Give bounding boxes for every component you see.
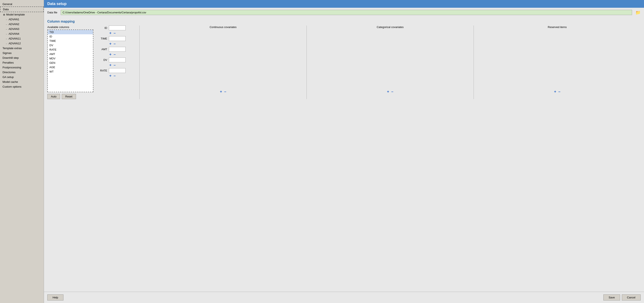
continuous-plus-button[interactable]: + <box>220 90 222 93</box>
data-file-label: Data file <box>47 11 57 14</box>
mapping-label-time: TIME <box>97 37 107 40</box>
reserved-minus-button[interactable]: – <box>558 90 561 93</box>
list-item[interactable]: DV <box>48 43 93 47</box>
mapping-input-dv[interactable] <box>109 57 126 62</box>
mapping-label-id: ID <box>97 26 107 29</box>
bottom-right-buttons: Save Cancel <box>604 295 641 301</box>
list-item[interactable]: ID <box>48 34 93 39</box>
mapping-label-amt: AMT <box>97 48 107 51</box>
reserved-plus-button[interactable]: + <box>554 90 557 93</box>
list-item[interactable]: MDV <box>48 56 93 61</box>
id-plus-minus: + – <box>109 31 140 35</box>
list-item[interactable]: WT <box>48 69 93 74</box>
content-area: Column mapping Available columns TID ID … <box>44 17 644 292</box>
amt-minus-button[interactable]: – <box>113 52 116 56</box>
amt-plus-minus: + – <box>109 52 140 56</box>
continuous-covariates-section: Continuous covariates + – <box>140 25 306 99</box>
id-plus-button[interactable]: + <box>109 31 112 35</box>
reserved-items-content <box>476 29 638 88</box>
main-content: Data setup Data file 📁 Column mapping Av… <box>44 0 644 303</box>
dv-plus-minus: + – <box>109 63 140 67</box>
categorical-covariates-content <box>309 29 471 88</box>
sidebar-item-advan2[interactable]: – ADVAN2 <box>0 22 44 26</box>
mapping-input-id[interactable] <box>109 25 126 30</box>
tree-dash-icon: – <box>5 33 8 35</box>
list-item[interactable]: GEN <box>48 61 93 65</box>
tree-dash-icon: – <box>5 37 8 40</box>
sidebar-item-model-template[interactable]: ⊞ Model template <box>0 12 44 17</box>
continuous-covariates-pm-row: + – <box>142 90 304 93</box>
sidebar-item-ga-setup[interactable]: GA setup <box>0 75 44 79</box>
auto-reset-row: Auto Reset <box>47 94 94 99</box>
reserved-items-section: Reserved items + – <box>474 25 641 99</box>
mapping-input-time[interactable] <box>109 36 126 41</box>
reserved-items-pm-row: + – <box>476 90 638 93</box>
bottom-bar: Help Save Cancel <box>44 292 644 303</box>
sidebar-item-penalties[interactable]: Penalties <box>0 60 44 65</box>
sidebar-item-downhill-step[interactable]: Downhill step <box>0 55 44 60</box>
time-plus-button[interactable]: + <box>109 42 112 45</box>
help-button[interactable]: Help <box>47 295 64 301</box>
sidebar-item-advan3[interactable]: – ADVAN3 <box>0 26 44 31</box>
list-item[interactable]: AGE <box>48 65 93 69</box>
sidebar: General Data ⊞ Model template – ADVAN1 –… <box>0 0 44 303</box>
folder-icon[interactable]: 📁 <box>636 10 641 15</box>
categorical-covariates-pm-row: + – <box>309 90 471 93</box>
rate-plus-minus: + – <box>109 74 140 78</box>
time-plus-minus: + – <box>109 42 140 45</box>
time-minus-button[interactable]: – <box>113 42 116 45</box>
reset-button[interactable]: Reset <box>62 94 76 99</box>
data-file-input[interactable] <box>61 10 632 15</box>
sidebar-item-advan4[interactable]: – ADVAN4 <box>0 31 44 36</box>
available-columns-panel: Available columns TID ID TIME DV RATE AM… <box>47 25 94 99</box>
mapping-label-rate: RATE <box>97 69 107 72</box>
id-minus-button[interactable]: – <box>113 31 116 35</box>
sidebar-item-model-cache[interactable]: Model cache <box>0 79 44 84</box>
tree-dash-icon: – <box>5 23 8 25</box>
sidebar-item-advan1[interactable]: – ADVAN1 <box>0 17 44 22</box>
sidebar-item-general[interactable]: General <box>0 2 44 6</box>
list-item[interactable]: TIME <box>48 39 93 43</box>
sidebar-item-postprocessing[interactable]: Postprocessing <box>0 65 44 70</box>
mapping-row-amt: AMT <box>97 47 140 52</box>
rate-plus-button[interactable]: + <box>109 74 112 78</box>
list-item[interactable]: TID <box>48 30 93 34</box>
sidebar-item-custom-options[interactable]: Custom options <box>0 84 44 89</box>
sidebar-item-directories[interactable]: Directories <box>0 70 44 75</box>
cancel-button[interactable]: Cancel <box>622 295 641 301</box>
tree-dash-icon: – <box>5 28 8 30</box>
categorical-minus-button[interactable]: – <box>391 90 394 93</box>
sidebar-item-sigmas[interactable]: Sigmas <box>0 51 44 55</box>
mapping-fields-panel: ID + – TIME + – AMT <box>94 25 140 99</box>
available-columns-label: Available columns <box>47 25 94 29</box>
data-file-row: Data file 📁 <box>44 8 644 17</box>
sidebar-item-advan11[interactable]: – ADVAN11 <box>0 36 44 41</box>
tree-dash-icon: – <box>5 18 8 21</box>
sidebar-item-advan12[interactable]: – ADVAN12 <box>0 41 44 46</box>
mapping-row-time: TIME <box>97 36 140 41</box>
save-button[interactable]: Save <box>604 295 620 301</box>
column-mapping-title: Column mapping <box>47 20 641 23</box>
mapping-row-id: ID <box>97 25 140 30</box>
rate-minus-button[interactable]: – <box>113 74 116 78</box>
amt-plus-button[interactable]: + <box>109 52 112 56</box>
mapping-input-amt[interactable] <box>109 47 126 52</box>
columns-list[interactable]: TID ID TIME DV RATE AMT MDV GEN AGE WT <box>47 29 94 92</box>
categorical-covariates-section: Categorical covariates + – <box>306 25 474 99</box>
list-item[interactable]: AMT <box>48 52 93 56</box>
mapping-label-dv: DV <box>97 58 107 61</box>
dv-minus-button[interactable]: – <box>113 63 116 67</box>
column-mapping-area: Available columns TID ID TIME DV RATE AM… <box>47 25 641 99</box>
page-title: Data setup <box>44 0 644 8</box>
categorical-plus-button[interactable]: + <box>386 90 390 93</box>
reserved-items-label: Reserved items <box>476 25 638 29</box>
sidebar-item-template-extras[interactable]: Template extras <box>0 46 44 51</box>
continuous-covariates-content <box>142 29 304 88</box>
auto-button[interactable]: Auto <box>47 94 60 99</box>
mapping-input-rate[interactable] <box>109 68 126 73</box>
continuous-minus-button[interactable]: – <box>224 90 227 93</box>
mapping-row-dv: DV <box>97 57 140 62</box>
sidebar-item-data[interactable]: Data <box>0 6 44 12</box>
dv-plus-button[interactable]: + <box>109 63 112 67</box>
list-item[interactable]: RATE <box>48 47 93 52</box>
